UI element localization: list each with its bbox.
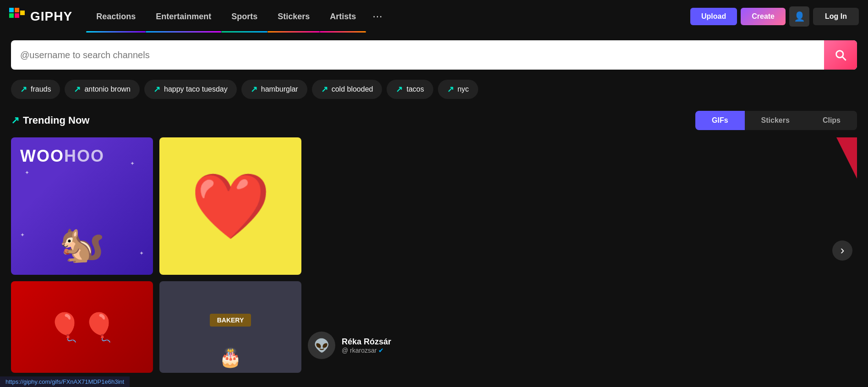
main-header: GIPHY Reactions Entertainment Sports Sti… (0, 0, 868, 33)
star-decoration: ✦ (139, 250, 144, 256)
search-input[interactable] (11, 40, 824, 70)
tag-label: hamburglar (261, 85, 298, 93)
logo-text: GIPHY (30, 9, 72, 24)
trend-arrow-icon: ↗ (321, 84, 328, 94)
tag-label: nyc (458, 85, 469, 93)
upload-button[interactable]: Upload (690, 8, 737, 25)
trending-arrow-icon: ↗ (11, 114, 19, 126)
gif-balloon[interactable]: 🎈🎈 (11, 281, 153, 373)
nav-reactions[interactable]: Reactions (86, 12, 146, 22)
trend-arrow-icon: ↗ (74, 84, 81, 94)
trending-header: ↗ Trending Now GIFs Stickers Clips (11, 111, 857, 130)
gif-heart[interactable]: ❤️ (159, 137, 301, 275)
star-decoration: ✦ (25, 169, 29, 176)
gif-bakery[interactable]: BAKERY 🎂 (159, 281, 301, 373)
trend-arrow-icon: ↗ (396, 84, 403, 94)
gif-column-2: ❤️ BAKERY 🎂 (159, 137, 301, 373)
user-info: Réka Rózsár @ rkarozsar ✔ (342, 337, 391, 354)
squirrel-graphic: 🐿️ (59, 223, 105, 266)
svg-line-6 (842, 57, 846, 60)
next-arrow-button[interactable]: › (832, 240, 852, 261)
tab-stickers[interactable]: Stickers (745, 111, 806, 130)
svg-rect-0 (9, 8, 14, 12)
svg-point-5 (836, 51, 843, 58)
trend-arrow-icon: ↗ (447, 84, 454, 94)
trend-arrow-icon: ↗ (251, 84, 257, 94)
heart-graphic: ❤️ (191, 174, 271, 238)
login-button[interactable]: Log In (813, 8, 859, 25)
tab-clips[interactable]: Clips (806, 111, 857, 130)
star-decoration: ✦ (130, 160, 135, 167)
nav-stickers[interactable]: Stickers (267, 12, 320, 22)
decorative-shape (816, 137, 857, 180)
gif-woohoo[interactable]: WOOHOO ✦ ✦ ✦ ✦ 🐿️ (11, 137, 153, 275)
avatar: 👽 (308, 332, 335, 359)
svg-rect-4 (20, 11, 25, 15)
tag-hamburglar[interactable]: ↗ hamburglar (241, 80, 307, 99)
right-col: › 👽 Réka Rózsár @ rkarozsar ✔ (308, 137, 857, 373)
nav-entertainment[interactable]: Entertainment (146, 12, 221, 22)
trending-tags: ↗ frauds ↗ antonio brown ↗ happy taco tu… (0, 75, 868, 106)
tag-frauds[interactable]: ↗ frauds (11, 80, 60, 99)
gif-grid: WOOHOO ✦ ✦ ✦ ✦ 🐿️ 🎈🎈 ❤️ BAKERY 🎂 (0, 137, 868, 373)
tag-happy-taco-tuesday[interactable]: ↗ happy taco tuesday (144, 80, 237, 99)
verified-badge-icon: ✔ (378, 347, 384, 354)
bakery-cake: 🎂 (219, 347, 242, 368)
tag-label: happy taco tuesday (164, 85, 228, 93)
logo[interactable]: GIPHY (9, 8, 72, 25)
search-button[interactable] (824, 40, 857, 70)
tag-label: frauds (31, 85, 51, 93)
tag-label: antonio brown (84, 85, 131, 93)
header-actions: Upload Create 👤 Log In (690, 6, 859, 27)
more-menu-button[interactable]: ⋯ (366, 11, 389, 22)
user-name: Réka Rózsár (342, 337, 391, 347)
svg-rect-1 (15, 8, 19, 12)
tab-gifs[interactable]: GIFs (695, 111, 745, 130)
gif-column-1: WOOHOO ✦ ✦ ✦ ✦ 🐿️ 🎈🎈 (11, 137, 153, 373)
star-decoration: ✦ (20, 232, 25, 238)
tag-label: tacos (406, 85, 424, 93)
nav-sports[interactable]: Sports (221, 12, 267, 22)
woohoo-text: WOOHOO (20, 147, 104, 166)
tag-antonio-brown[interactable]: ↗ antonio brown (65, 80, 140, 99)
tag-label: cold blooded (332, 85, 373, 93)
trending-title: ↗ Trending Now (11, 114, 89, 126)
svg-rect-3 (15, 13, 19, 18)
tag-cold-blooded[interactable]: ↗ cold blooded (312, 80, 382, 99)
search-bar (11, 40, 857, 70)
status-bar: https://giphy.com/gifs/FXnAX71MDP1e6h3in… (0, 376, 130, 387)
search-icon (834, 49, 847, 61)
main-nav: Reactions Entertainment Sports Stickers … (86, 11, 686, 22)
search-section (0, 33, 868, 75)
trend-arrow-icon: ↗ (20, 84, 27, 94)
trend-arrow-icon: ↗ (153, 84, 160, 94)
user-handle: @ rkarozsar ✔ (342, 347, 391, 354)
bakery-sign: BAKERY (210, 314, 251, 327)
user-icon: 👤 (794, 11, 805, 22)
tag-tacos[interactable]: ↗ tacos (387, 80, 433, 99)
trending-section: ↗ Trending Now GIFs Stickers Clips (0, 106, 868, 130)
tag-nyc[interactable]: ↗ nyc (438, 80, 478, 99)
user-card: 👽 Réka Rózsár @ rkarozsar ✔ (308, 332, 391, 359)
create-button[interactable]: Create (741, 8, 786, 25)
svg-marker-7 (836, 137, 857, 179)
trending-title-text: Trending Now (23, 114, 89, 126)
nav-artists[interactable]: Artists (320, 12, 366, 22)
content-type-tabs: GIFs Stickers Clips (695, 111, 857, 130)
status-url: https://giphy.com/gifs/FXnAX71MDP1e6h3in… (5, 378, 124, 385)
user-menu-button[interactable]: 👤 (789, 6, 809, 27)
logo-icon (9, 8, 27, 25)
svg-rect-2 (9, 13, 14, 18)
